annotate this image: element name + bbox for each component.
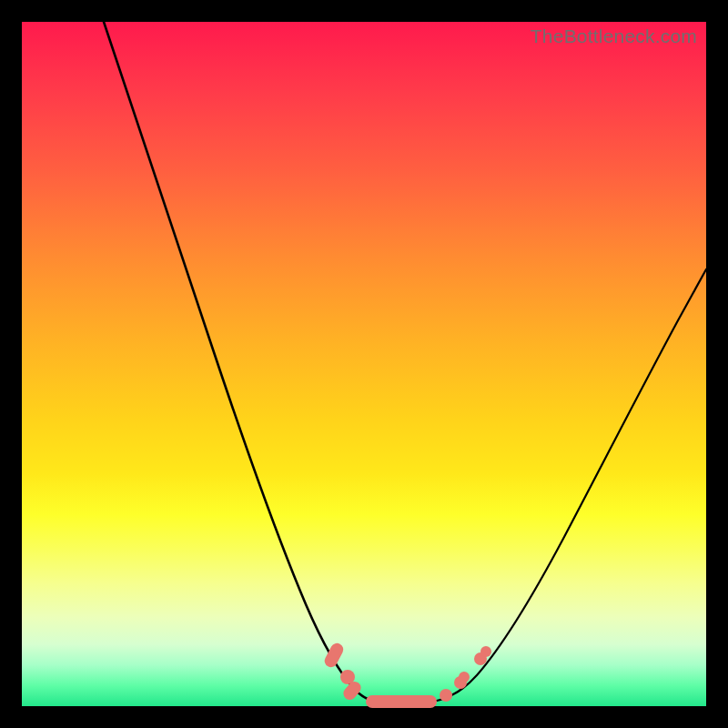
chart-frame: TheBottleneck.com bbox=[0, 0, 728, 728]
marker-dot bbox=[440, 689, 452, 702]
right-curve bbox=[433, 269, 706, 702]
marker-dot bbox=[459, 672, 470, 682]
marker-dot bbox=[480, 646, 491, 657]
left-curve bbox=[104, 22, 377, 702]
marker-bottom-bar bbox=[366, 695, 437, 708]
plot-area: TheBottleneck.com bbox=[22, 22, 706, 706]
chart-svg bbox=[22, 22, 706, 706]
